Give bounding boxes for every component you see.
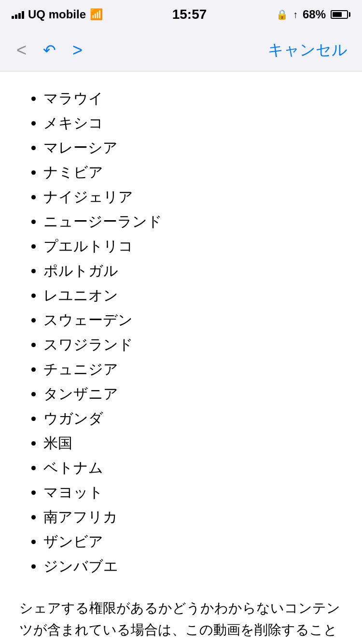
status-left: UQ mobile 📶 xyxy=(12,8,103,21)
battery-percent: 68% xyxy=(303,8,326,21)
battery-icon xyxy=(331,10,350,19)
list-item: ナイジェリア xyxy=(43,184,343,209)
list-item: 南アフリカ xyxy=(43,504,343,529)
list-item: プエルトリコ xyxy=(43,234,343,258)
list-item: ジンバブエ xyxy=(43,554,343,578)
list-item: レユニオン xyxy=(43,283,343,308)
location-icon: ↑ xyxy=(293,9,298,20)
status-time: 15:57 xyxy=(172,7,207,22)
main-content: マラウイメキシコマレーシアナミビアナイジェリアニュージーランドプエルトリコポルト… xyxy=(0,71,362,644)
nav-controls: < ↶ > xyxy=(14,38,84,62)
list-item: 米国 xyxy=(43,431,343,455)
refresh-button[interactable]: ↶ xyxy=(43,41,56,59)
status-right: 🔒 ↑ 68% xyxy=(276,8,350,21)
carrier-label: UQ mobile xyxy=(28,8,86,21)
list-item: メキシコ xyxy=(43,111,343,135)
navigation-bar: < ↶ > キャンセル xyxy=(0,29,362,71)
wifi-icon: 📶 xyxy=(90,8,103,21)
list-item: ポルトガル xyxy=(43,258,343,283)
list-item: マヨット xyxy=(43,480,343,504)
forward-button[interactable]: > xyxy=(70,38,84,62)
list-item: ベトナム xyxy=(43,455,343,480)
list-item: チュニジア xyxy=(43,357,343,381)
list-item: スワジランド xyxy=(43,332,343,357)
list-item: マラウイ xyxy=(43,86,343,111)
status-bar: UQ mobile 📶 15:57 🔒 ↑ 68% xyxy=(0,0,362,29)
list-item: マレーシア xyxy=(43,135,343,160)
lock-icon: 🔒 xyxy=(276,9,288,20)
list-item: ニュージーランド xyxy=(43,209,343,234)
list-item: タンザニア xyxy=(43,381,343,406)
cancel-button[interactable]: キャンセル xyxy=(268,40,348,61)
list-item: スウェーデン xyxy=(43,308,343,332)
country-list: マラウイメキシコマレーシアナミビアナイジェリアニュージーランドプエルトリコポルト… xyxy=(19,86,343,578)
back-button[interactable]: < xyxy=(14,38,28,62)
signal-icon xyxy=(12,10,24,19)
list-item: ウガンダ xyxy=(43,406,343,431)
list-item: ザンビア xyxy=(43,529,343,554)
list-item: ナミビア xyxy=(43,160,343,184)
description-text: シェアする権限があるかどうかわからないコンテンツが含まれている場合は、この動画を… xyxy=(19,598,343,644)
